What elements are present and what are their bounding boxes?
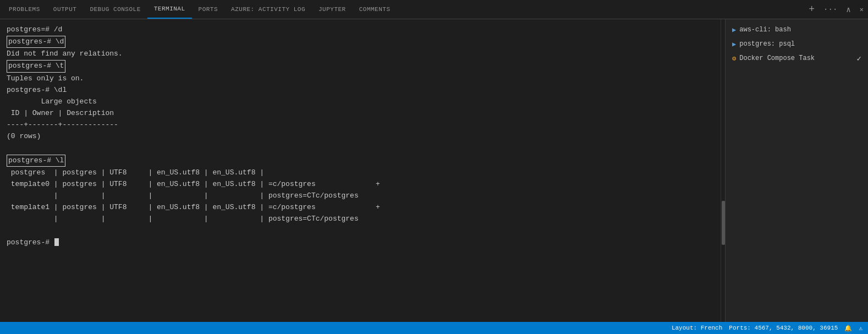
tab-debug-console[interactable]: DEBUG CONSOLE [83,0,147,19]
terminal-line-12: postgres-# \l [7,155,714,167]
terminal-scrollbar[interactable] [721,19,725,322]
cursor [54,238,59,246]
terminal-icon-aws: ▶ [732,26,736,34]
terminal-line-11 [7,143,714,154]
collapse-panel-button[interactable]: ∧ [844,4,853,15]
main-content: postgres=# /d postgres-# \d Did not find… [0,19,868,322]
terminal-line-4: postgres-# \t [7,60,714,72]
panel-item-aws-label: aws-cli: bash [739,26,791,34]
terminal-line-6: postgres-# \dl [7,85,714,96]
terminal-line-17: | | | | | postgres=CTc/postgres [7,213,714,225]
terminal-line-15: | | | | | postgres=CTc/postgres [7,190,714,201]
task-icon-docker: ⚙ [732,54,736,63]
terminal-prompt: postgres-# [7,237,714,248]
terminal-icon-postgres: ▶ [732,40,736,48]
terminal-line-10: (0 rows) [7,131,714,142]
panel-item-docker-compose[interactable]: ⚙ Docker Compose Task ✓ [726,51,868,65]
tab-comments[interactable]: COMMENTS [353,0,397,19]
panel-item-postgres-label: postgres: psql [739,40,795,48]
terminal-line-3: Did not find any relations. [7,48,714,59]
active-checkmark: ✓ [857,54,861,63]
add-terminal-button[interactable]: + [806,3,817,16]
terminal-line-5: Tuples only is on. [7,73,714,84]
terminal-line-14: template0 | postgres | UTF8 | en_US.utf8… [7,179,714,190]
terminal-line-9: ----+-------+------------- [7,119,714,130]
right-panel: ▶ aws-cli: bash ▶ postgres: psql ⚙ Docke… [725,19,868,322]
scrollbar-thumb[interactable] [722,201,725,245]
panel-item-aws-cli-bash[interactable]: ▶ aws-cli: bash [726,23,868,37]
more-actions-button[interactable]: ··· [821,4,839,15]
tab-ports[interactable]: PORTS [192,0,225,19]
terminal-line-1: postgres=# /d [7,24,714,35]
status-layout[interactable]: Layout: French [672,325,722,331]
terminal-line-13: postgres | postgres | UTF8 | en_US.utf8 … [7,167,714,178]
terminal-line-2: postgres-# \d [7,36,714,48]
panel-item-postgres-psql[interactable]: ▶ postgres: psql [726,37,868,51]
terminal-line-8: ID | Owner | Description [7,108,714,119]
close-panel-button[interactable]: ✕ [858,4,866,15]
tab-problems[interactable]: PROBLEMS [2,0,47,19]
status-icon-2: ⚠ [859,325,862,332]
status-ports[interactable]: Ports: 4567, 5432, 8000, 36915 [729,325,838,331]
panel-item-docker-label: Docker Compose Task [739,54,815,62]
tab-jupyter[interactable]: JUPYTER [312,0,353,19]
tab-bar: PROBLEMS OUTPUT DEBUG CONSOLE TERMINAL P… [0,0,868,19]
status-bar: Layout: French Ports: 4567, 5432, 8000, … [0,322,868,334]
status-icon-1: 🔔 [844,325,852,332]
terminal-area[interactable]: postgres=# /d postgres-# \d Did not find… [0,19,721,322]
tab-bar-actions: + ··· ∧ ✕ [806,3,866,16]
terminal-line-18 [7,225,714,236]
tab-terminal[interactable]: TERMINAL [147,0,192,19]
tab-azure-activity-log[interactable]: AZURE: ACTIVITY LOG [224,0,312,19]
terminal-line-7: Large objects [7,96,714,107]
terminal-line-16: template1 | postgres | UTF8 | en_US.utf8… [7,202,714,213]
tab-output[interactable]: OUTPUT [47,0,84,19]
